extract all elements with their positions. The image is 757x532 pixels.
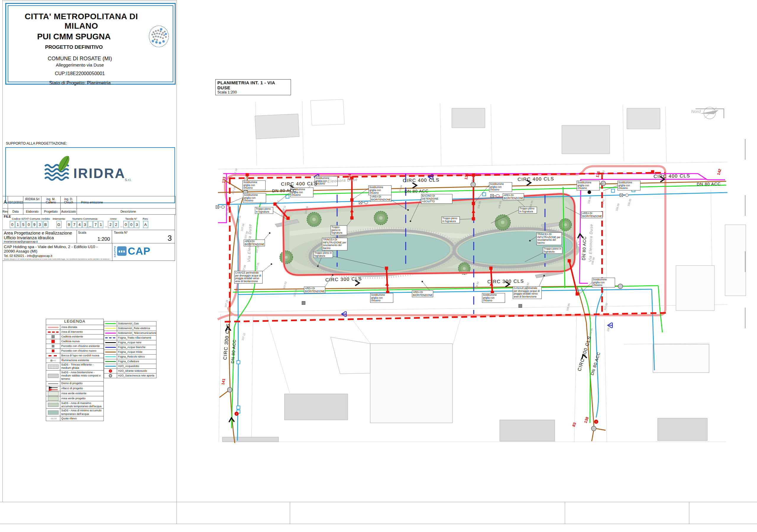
legend-swatch-sottoservizi-rete-elettrica — [105, 328, 116, 329]
legend-item-label: Area di intervento — [60, 330, 104, 334]
legend-item-label: Area verde progetto — [60, 396, 104, 401]
legend-row: Sottoservizi_Gas — [104, 322, 156, 326]
frame-top — [2, 1, 176, 1]
frame-tick — [565, 502, 565, 524]
frame-column-divider — [176, 0, 177, 502]
legend-swatch-h2o-saracinesca-rete-aperta — [109, 374, 112, 377]
legend-swatch-area-drenata — [48, 327, 59, 328]
rev-letter: A — [3, 196, 8, 208]
frame-tick — [176, 502, 177, 524]
rev-header: Descrizione — [77, 208, 175, 215]
legend-swatch-cell — [104, 340, 117, 345]
legend-swatch-cell — [104, 336, 117, 340]
file-code-digit: A — [143, 221, 148, 228]
iridra-logo-box: IRIDRA S.r.l. — [5, 147, 175, 203]
legend-row: Fogna_Tratto Allacciamenti — [104, 336, 156, 340]
rev-header: Data — [8, 208, 23, 215]
file-group-anno: Anno22 — [108, 217, 119, 228]
legend-swatch-cell — [46, 339, 60, 344]
file-group-istat: Codice ISTAT Comune015093 — [10, 217, 42, 228]
cup-code: CUP:I18E22000050001 — [11, 71, 149, 76]
legend-swatch-area-di-intervento — [48, 331, 59, 333]
revision-table: A 02/12/2022 IRIDRA Srl ing. M. Callerio… — [2, 196, 176, 215]
legend-item-label: Fogna_Tratto Allacciamenti — [117, 336, 156, 340]
file-code-digit: 2 — [108, 221, 113, 228]
file-code-digit: 0 — [123, 221, 128, 228]
gruppo-label: GRUPPO — [113, 246, 116, 257]
legend-row: Bocca di lupo nei cordoli nuova — [46, 353, 104, 358]
svg-text:S.r.l.: S.r.l. — [125, 178, 131, 182]
legend-swatch-cell — [46, 363, 60, 370]
rev-elaborato: IRIDRA Srl — [23, 196, 42, 208]
legend-item-label: Sottoservizi_Telecomunicazioni — [117, 331, 157, 335]
cap-contacts: Tel. 02 825021 - info@gruppocap.it — [4, 254, 110, 258]
legend-swatch-illuminazione-esistente: ⊞─○ — [50, 359, 56, 362]
rev-header: Elaborato — [23, 208, 42, 215]
legend-row: ⊞─○Illuminazione esistente — [46, 358, 104, 363]
file-code-digit: 3 — [82, 221, 87, 228]
legend-swatch-cell — [46, 382, 60, 386]
legend-item-label: Area drenata — [60, 325, 104, 329]
legend-item-label: Bocca di lupo nei cordoli nuova — [60, 353, 104, 358]
legend-item-label: Allacci di progetto — [60, 386, 104, 391]
file-code-digit: 4 — [77, 221, 82, 228]
file-separator: _ — [120, 223, 122, 227]
legend-swatch-fogna-tratto-allacciamenti — [105, 337, 116, 338]
rev-header: Progettato — [42, 208, 61, 215]
file-code-digit: _ — [88, 221, 93, 228]
legend-row: Sottoservizi_Rete elettrica — [104, 326, 156, 331]
legend-swatch-cell — [104, 350, 117, 354]
legend-swatch-cell: ⊞─○ — [46, 358, 60, 362]
file-code-digit: 0 — [26, 221, 31, 228]
org-email: invarianzacap@gruppocap.it — [4, 240, 76, 243]
legend-item-label: Dreno di progetto — [60, 382, 104, 386]
file-group-tavola: Tavola N°003 — [123, 217, 139, 228]
legend-swatch-fogna-acque-miste — [105, 352, 116, 353]
legend-row: Sottoservizi_Telecomunicazioni — [104, 331, 156, 336]
legend-item-label: Fogna_Acque miste — [117, 350, 156, 354]
file-code-digit: 5 — [21, 221, 26, 228]
legend-swatch-cell — [46, 353, 60, 358]
legend-row: Dreno di progetto — [46, 382, 104, 386]
file-code-digit: 0 — [10, 221, 15, 228]
legend-swatch-area-verde-progetto — [48, 396, 59, 401]
frame-left — [2, 0, 3, 502]
file-code-digit: 9 — [32, 221, 37, 228]
legend-swatch-suds-area-bioritenzione-medium — [48, 374, 59, 378]
legend-swatch-cell — [46, 325, 60, 329]
legend-swatch-cell — [104, 322, 117, 326]
legend-row: Fogna_Acque miste — [104, 350, 156, 355]
legend-swatch-allacci-di-progetto — [48, 387, 58, 391]
legend-swatch-quote-rilievo: · 00.00 — [49, 417, 57, 420]
tavola-label: Tavola N° — [114, 231, 128, 234]
legend-row: SuDS - Area di massimo accumulo temporan… — [46, 401, 104, 409]
project-phase: PROGETTO DEFINITIVO — [11, 44, 137, 50]
file-code-digit: 7 — [72, 221, 76, 228]
legend-swatch-h2o-idrante-sottosuolo: i — [109, 369, 112, 373]
legend-swatch-cell — [46, 370, 60, 381]
legend-swatch-cell — [46, 334, 60, 339]
frame-bottom-2 — [0, 524, 757, 524]
cap-logo: GRUPPO CAP — [112, 243, 175, 261]
legend-swatch-cell — [46, 344, 60, 348]
legend-item-label: Fogna_Acque nere — [117, 340, 156, 345]
legend-item-label: Caditoia esistente — [60, 334, 104, 339]
file-code-digit: 9 — [67, 221, 71, 228]
legend-swatch-fogna-acque-bianche — [105, 347, 116, 348]
legend-swatch-sottoservizi-telecomunicazioni — [105, 333, 116, 333]
file-separator: _ — [105, 223, 107, 227]
legend-row: H2O_Saracinesca rete aperta — [104, 373, 156, 378]
file-code-digit: 1 — [99, 221, 103, 228]
comune: COMUNE DI ROSATE (MI) — [11, 56, 149, 62]
legend-item-label: Fogna_Acque bianche — [117, 345, 156, 350]
legend-item-label: Pozzetto con chiusino esistente — [60, 344, 104, 348]
legend-swatch-pozzetto-con-chiusino-esistent — [52, 345, 54, 348]
file-code-block: FILE Codice ISTAT Comune015093 AmbitoB I… — [2, 214, 175, 230]
legend-row: Fogna_Reticolo Idrico — [104, 355, 156, 359]
file-code-digit: 0 — [129, 221, 134, 228]
legend-table-right: Sottoservizi_GasSottoservizi_Rete elettr… — [104, 321, 156, 378]
legend-item-label: Sottoservizi_Rete elettrica — [117, 326, 156, 330]
legend-row: Pozzetto con chiusino esistente — [46, 344, 104, 349]
file-code-digit: 1 — [15, 221, 20, 228]
drawing-title: PLANIMETRIA INT. 1 - VIA DUSE — [217, 80, 289, 90]
